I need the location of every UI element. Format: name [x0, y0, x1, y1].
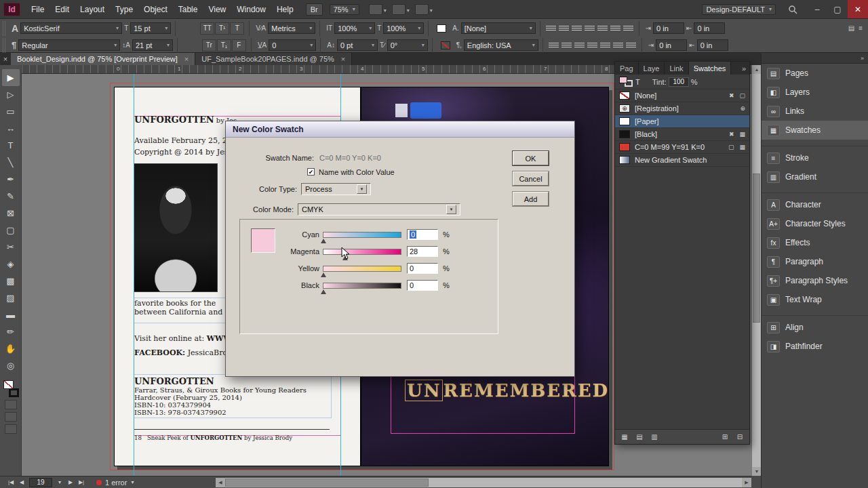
tab-close-icon[interactable]: × [184, 55, 189, 63]
text-proxy-icon[interactable]: T [635, 78, 640, 86]
first-line-indent-field[interactable]: 0 in [656, 39, 687, 51]
yellow-slider-track[interactable] [323, 266, 401, 272]
panel-menu-icon[interactable]: ≡ [859, 24, 863, 32]
magenta-value-field[interactable]: 28 [407, 246, 438, 257]
space-after-icon[interactable] [600, 41, 610, 49]
tab-links[interactable]: Link [665, 62, 688, 75]
strikethrough-button[interactable]: F [232, 39, 246, 52]
show-all-swatches-icon[interactable]: ▦ [619, 432, 630, 442]
vertical-scale-select[interactable]: 100% [334, 22, 375, 34]
gradient-feather-tool[interactable]: ▨ [2, 289, 20, 306]
minimize-icon[interactable]: – [807, 0, 827, 18]
dock-item-pathfinder[interactable]: ◨Pathfinder [762, 337, 868, 356]
zoom-tool[interactable]: ◎ [2, 357, 20, 374]
dock-item-paragraph[interactable]: ¶Paragraph [762, 252, 868, 271]
direct-selection-tool[interactable]: ▷ [2, 86, 20, 103]
stroke-color-well[interactable] [441, 41, 450, 49]
cyan-slider-handle[interactable] [321, 239, 326, 243]
dock-item-text-wrap[interactable]: ▣Text Wrap [762, 290, 868, 309]
fill-proxy-icon[interactable] [3, 380, 14, 389]
free-transform-tool[interactable]: ◈ [2, 256, 20, 272]
space-before-icon[interactable] [587, 41, 597, 49]
horizontal-scrollbar[interactable]: ◀ ▶ [216, 478, 751, 487]
scroll-down-icon[interactable]: ▼ [752, 467, 762, 476]
show-gradient-swatches-icon[interactable]: ▥ [649, 432, 660, 442]
view-options-icon[interactable] [369, 4, 382, 15]
page-list-caret-icon[interactable]: ▾ [54, 477, 65, 488]
align-right-icon[interactable] [572, 24, 582, 32]
panel-grip2[interactable] [3, 38, 7, 53]
note-tool[interactable]: ▬ [2, 306, 20, 323]
menu-type[interactable]: Type [110, 0, 138, 19]
cyan-slider-track[interactable] [323, 232, 401, 238]
small-caps-button[interactable]: Tr [202, 39, 216, 52]
dialog-title-bar[interactable]: New Color Swatch [226, 121, 574, 138]
indent-left-field[interactable]: 0 in [653, 22, 684, 34]
vertical-scroll-thumb[interactable] [753, 174, 760, 323]
dock-item-effects[interactable]: fxEffects [762, 233, 868, 252]
justify-left-icon[interactable] [585, 24, 595, 32]
last-page-icon[interactable]: ▶| [76, 477, 87, 488]
justify-right-icon[interactable] [610, 24, 620, 32]
black-slider-track[interactable] [323, 283, 401, 289]
gradient-tool[interactable]: ▩ [2, 272, 20, 289]
horizontal-scroll-thumb[interactable] [225, 479, 429, 487]
previous-page-icon[interactable]: ◀ [16, 477, 27, 488]
panel-grip[interactable] [3, 21, 7, 36]
show-color-swatches-icon[interactable]: ▤ [634, 432, 645, 442]
last-line-indent-field[interactable]: 0 in [697, 39, 728, 51]
eyedropper-tool[interactable]: ✏ [2, 323, 20, 340]
pen-tool[interactable]: ✒ [2, 171, 20, 188]
scissors-tool[interactable]: ✂ [2, 239, 20, 256]
superscript-button[interactable]: T¹ [215, 22, 229, 35]
delete-swatch-button[interactable]: ⊟ [734, 432, 745, 442]
rectangle-tool[interactable]: ▢ [2, 222, 20, 239]
stroke-proxy-icon[interactable] [9, 388, 19, 397]
bridge-button[interactable]: Br [306, 3, 323, 16]
indesign-logo-icon[interactable]: Id [3, 3, 20, 16]
publisher-text-frame[interactable]: UNFORGOTTEN Farrar, Straus, & Giroux Boo… [134, 375, 331, 418]
font-size-select[interactable]: 15 pt [130, 22, 171, 34]
align-top-icon[interactable] [549, 41, 559, 49]
kerning-select[interactable]: Metrics [268, 22, 315, 34]
screen-mode-icon[interactable] [392, 4, 406, 15]
document-tab-samplebook[interactable]: UF_SampleBook20PAGES.indd @ 75% × [195, 53, 352, 65]
dock-item-align[interactable]: ⊞Align [762, 318, 868, 337]
swatch-row-registration[interactable]: ⊕ [Registration] ⊕ [615, 102, 749, 115]
underline-button[interactable]: T [230, 22, 244, 35]
drop-cap-icon[interactable] [613, 41, 623, 49]
align-middle-icon[interactable] [561, 41, 572, 49]
skew-field[interactable]: 0° [387, 39, 428, 51]
menu-layout[interactable]: Layout [75, 0, 110, 19]
tracking-select[interactable]: 0 [269, 39, 316, 51]
swatch-row-black[interactable]: [Black] ✖▦ [615, 128, 749, 141]
swatch-row-none[interactable]: [None] ✖▢ [615, 89, 749, 102]
tab-pages[interactable]: Pag [615, 62, 639, 75]
menu-view[interactable]: View [203, 0, 231, 19]
color-mode-dropdown-icon[interactable] [446, 205, 456, 214]
close-icon[interactable]: ✕ [848, 0, 868, 18]
menu-object[interactable]: Object [138, 0, 173, 19]
zoom-level-select[interactable]: 75% [330, 4, 359, 15]
collapse-panels-icon[interactable]: » [861, 55, 864, 62]
menu-window[interactable]: Window [231, 0, 271, 19]
color-mode-select[interactable]: CMYK [298, 203, 460, 216]
swatch-row-red[interactable]: C=0 M=99 Y=91 K=0 ▢▦ [615, 141, 749, 154]
character-style-select[interactable]: [None] [461, 22, 536, 34]
apply-color-button[interactable] [5, 412, 17, 422]
rectangle-frame-tool[interactable]: ⊠ [2, 205, 20, 222]
preflight-error-label[interactable]: 1 error [105, 479, 127, 487]
page-number-field[interactable]: 19 [29, 478, 52, 487]
dock-item-swatches[interactable]: ▦Swatches [762, 121, 868, 140]
swatch-row-gradient[interactable]: New Gradient Swatch [615, 154, 749, 167]
all-caps-button[interactable]: TT [200, 22, 214, 35]
align-bottom-icon[interactable] [574, 41, 585, 49]
fill-stroke-proxy[interactable] [3, 380, 19, 397]
font-family-select[interactable]: KosticSerif [20, 22, 122, 34]
panel-flyout-menu-icon[interactable] [738, 62, 749, 75]
yellow-value-field[interactable]: 0 [407, 263, 438, 274]
black-slider-handle[interactable] [321, 289, 326, 294]
scroll-left-icon[interactable]: ◀ [216, 478, 225, 487]
scroll-up-icon[interactable]: ▲ [752, 65, 762, 74]
fill-color-well[interactable] [437, 24, 446, 33]
